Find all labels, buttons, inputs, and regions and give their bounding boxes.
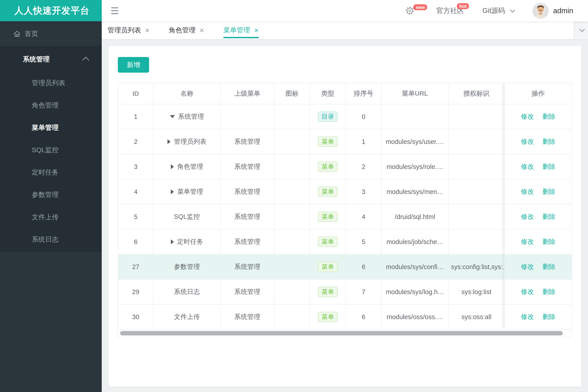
delete-link[interactable]: 删除 <box>542 162 555 171</box>
cell-parent: 系统管理 <box>221 304 274 329</box>
table-row[interactable]: 30文件上传系统管理菜单6modules/oss/oss.…sys:oss:al… <box>118 304 572 330</box>
table-row[interactable]: 5SQL监控系统管理菜单4/druid/sql.html修改删除 <box>118 204 572 230</box>
add-button[interactable]: 新增 <box>118 57 149 73</box>
close-icon[interactable]: × <box>200 26 204 34</box>
scrollbar-thumb[interactable] <box>120 331 563 336</box>
sidebar-item-file-upload[interactable]: 文件上传 <box>0 206 102 228</box>
delete-link[interactable]: 删除 <box>542 288 555 296</box>
cell-url: modules/sys/user.… <box>382 130 449 154</box>
cell-perms <box>449 180 505 204</box>
edit-link[interactable]: 修改 <box>521 137 534 146</box>
delete-link[interactable]: 删除 <box>542 312 555 322</box>
content-card: 新增 ID名称上级菜单图标类型排序号菜单URL授权标识操作 1系统管理目录0修改… <box>109 46 581 387</box>
sidebar-item-sql-monitor[interactable]: SQL监控 <box>0 139 102 161</box>
cell-icon <box>274 104 310 129</box>
table-row[interactable]: 3角色管理系统管理菜单2modules/sys/role.…修改删除 <box>118 154 572 180</box>
delete-link[interactable]: 删除 <box>542 187 555 196</box>
tree-collapsed-icon[interactable] <box>171 189 174 194</box>
hamburger-icon-line <box>111 10 118 11</box>
edit-link[interactable]: 修改 <box>521 112 534 121</box>
cell-parent: 系统管理 <box>221 130 274 154</box>
edit-link[interactable]: 修改 <box>521 162 534 171</box>
cell-type: 菜单 <box>310 280 346 304</box>
cell-icon <box>274 180 310 204</box>
sidebar-item-system-log[interactable]: 系统日志 <box>0 228 102 250</box>
edit-link[interactable]: 修改 <box>521 262 534 271</box>
tree-collapsed-icon[interactable] <box>171 239 174 244</box>
sidebar-item-home[interactable]: 首页 <box>0 21 102 46</box>
cell-id: 4 <box>118 180 154 204</box>
edit-link[interactable]: 修改 <box>521 212 534 221</box>
sidebar-item-admin-list[interactable]: 管理员列表 <box>0 72 102 94</box>
cell-name: 管理员列表 <box>154 130 221 154</box>
settings-button[interactable]: new <box>405 6 414 15</box>
hamburger-icon-line <box>111 13 118 14</box>
delete-link[interactable]: 删除 <box>542 237 555 246</box>
username[interactable]: admin <box>553 6 573 15</box>
avatar-image <box>532 3 549 19</box>
type-tag: 菜单 <box>318 212 338 222</box>
git-source-dropdown[interactable]: Git源码 <box>482 6 514 16</box>
tree-collapsed-icon[interactable] <box>171 164 174 169</box>
tab-label: 菜单管理 <box>223 26 250 35</box>
tree-expand-icon[interactable] <box>170 115 175 118</box>
cell-icon <box>274 254 310 279</box>
hamburger-icon-line <box>111 8 118 8</box>
delete-link[interactable]: 删除 <box>542 112 555 121</box>
new-badge: new <box>413 4 427 10</box>
table-header-cell: 授权标识 <box>449 83 505 104</box>
table-row[interactable]: 1系统管理目录0修改删除 <box>118 104 572 130</box>
delete-link[interactable]: 删除 <box>542 212 555 221</box>
edit-link[interactable]: 修改 <box>521 312 534 322</box>
cell-order: 2 <box>346 154 382 179</box>
tab-role-mgmt[interactable]: 角色管理 × <box>169 21 204 39</box>
cell-perms: sys:oss:all <box>449 304 505 329</box>
sidebar-item-param-mgmt[interactable]: 参数管理 <box>0 184 102 206</box>
tree-collapsed-icon[interactable] <box>168 139 171 144</box>
table-row[interactable]: 29系统日志系统管理菜单7modules/sys/log.h…sys:log:l… <box>118 280 572 304</box>
cell-name-text: 管理员列表 <box>174 137 206 146</box>
type-tag: 菜单 <box>318 262 338 272</box>
table-row[interactable]: 27参数管理系统管理菜单6modules/sys/confi…sys:confi… <box>118 254 572 280</box>
cell-icon <box>274 230 310 254</box>
avatar[interactable] <box>532 3 549 19</box>
delete-link[interactable]: 删除 <box>542 137 555 146</box>
cell-type: 菜单 <box>310 304 346 329</box>
cell-order: 5 <box>346 230 382 254</box>
hot-badge: hot <box>457 3 469 9</box>
edit-link[interactable]: 修改 <box>521 237 534 246</box>
cell-perms <box>449 154 505 179</box>
tabs-overflow-button[interactable] <box>574 21 588 39</box>
cell-name-text: 系统管理 <box>178 112 204 121</box>
cell-ops: 修改删除 <box>505 154 572 179</box>
sidebar-toggle-button[interactable] <box>111 8 118 14</box>
sidebar-item-role-mgmt[interactable]: 角色管理 <box>0 94 102 116</box>
edit-link[interactable]: 修改 <box>521 288 534 296</box>
sidebar-group-title-label: 系统管理 <box>23 55 50 64</box>
cell-order: 1 <box>346 130 382 154</box>
table-row[interactable]: 2管理员列表系统管理菜单1modules/sys/user.…修改删除 <box>118 130 572 154</box>
tab-menu-mgmt[interactable]: 菜单管理 × <box>223 21 259 39</box>
sidebar-item-scheduled-tasks[interactable]: 定时任务 <box>0 161 102 184</box>
cell-name-text: 菜单管理 <box>177 187 203 196</box>
sidebar-group-title[interactable]: 系统管理 <box>0 47 102 72</box>
cell-parent <box>221 104 274 129</box>
cell-icon <box>274 130 310 154</box>
community-link[interactable]: 官方社区 hot <box>436 6 464 16</box>
edit-link[interactable]: 修改 <box>521 187 534 196</box>
sidebar-item-menu-mgmt[interactable]: 菜单管理 <box>0 116 102 139</box>
delete-link[interactable]: 删除 <box>542 262 555 271</box>
cell-order: 3 <box>346 180 382 204</box>
table-row[interactable]: 6定时任务系统管理菜单5modules/job/sche…修改删除 <box>118 230 572 254</box>
cell-type: 菜单 <box>310 180 346 204</box>
menu-table: ID名称上级菜单图标类型排序号菜单URL授权标识操作 1系统管理目录0修改删除2… <box>118 83 572 337</box>
cell-name: 定时任务 <box>154 230 221 254</box>
tab-admin-list[interactable]: 管理员列表 × <box>108 21 150 39</box>
table-row[interactable]: 4菜单管理系统管理菜单3modules/sys/men…修改删除 <box>118 180 572 204</box>
cell-ops: 修改删除 <box>505 130 572 154</box>
close-icon[interactable]: × <box>145 26 150 34</box>
sidebar: 人人快速开发平台 首页 系统管理 管理员列表 角色管理 菜单管理 SQL监控 定… <box>0 0 102 392</box>
close-icon[interactable]: × <box>254 26 259 34</box>
type-tag: 菜单 <box>318 162 338 172</box>
type-tag: 菜单 <box>318 186 338 197</box>
